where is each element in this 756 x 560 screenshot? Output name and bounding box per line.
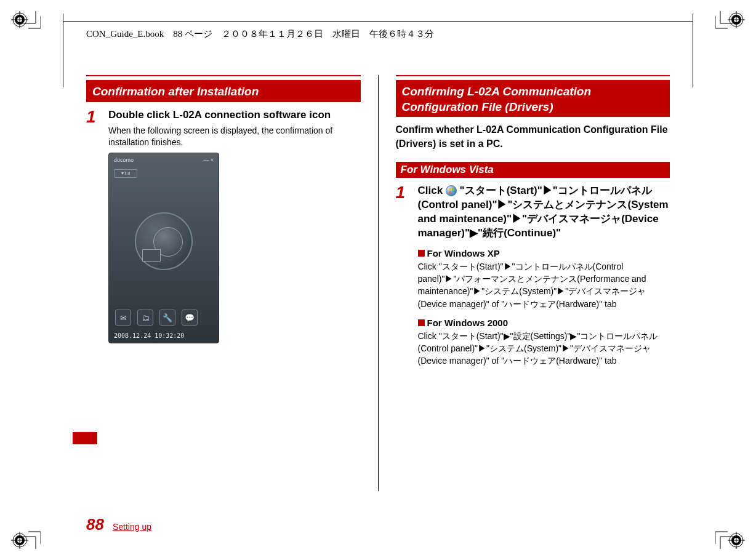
windows-orb-icon: [446, 185, 457, 196]
page: CON_Guide_E.book 88 ページ ２００８年１１月２６日 水曜日 …: [49, 7, 707, 553]
w2000-body: Click "スタート(Start)"▶"設定(Settings)"▶"コントロ…: [418, 330, 670, 367]
column-divider: [378, 75, 379, 491]
right-column: Confirming L-02A Communication Configura…: [396, 75, 670, 491]
page-footer: 88 Setting up: [86, 515, 151, 534]
page-number: 88: [86, 515, 104, 534]
step-title-vista: Click "スタート(Start)"▶"コントロールパネル(Control p…: [418, 184, 670, 241]
xp-body: Click "スタート(Start)"▶"コントロールパネル(Control p…: [418, 260, 670, 310]
intro-text: Confirm whether L-02A Communication Conf…: [396, 123, 670, 151]
chat-icon: 💬: [182, 310, 198, 326]
mail-icon: ✉: [115, 310, 131, 326]
section-heading-right: Confirming L-02A Communication Configura…: [396, 80, 670, 117]
step-number: 1: [396, 184, 418, 241]
window-buttons-icon: — ×: [203, 157, 214, 163]
left-column: Confirmation after Installation 1 Double…: [86, 75, 361, 491]
bullet-icon: [418, 319, 425, 326]
section-heading-left: Confirmation after Installation: [86, 80, 361, 102]
crop-mark-icon: [715, 11, 745, 41]
software-screenshot: döcomo — × ▾T.ıl ✉ 🗂 🔧 💬 2008.12.24 10:3…: [108, 153, 219, 343]
laptop-icon: [142, 249, 161, 262]
signal-indicator-icon: ▾T.ıl: [114, 169, 137, 178]
sub-item-2000: For Windows 2000 Click "スタート(Start)"▶"設定…: [418, 316, 670, 367]
header-filepath: CON_Guide_E.book 88 ページ ２００８年１１月２６日 水曜日 …: [86, 28, 434, 40]
step-number: 1: [86, 108, 108, 148]
side-tab-marker: [73, 432, 97, 444]
bullet-icon: [418, 250, 425, 257]
settings-icon: 🔧: [159, 310, 175, 326]
screenshot-brand: döcomo: [114, 157, 134, 163]
sub-heading-vista: For Windows Vista: [396, 162, 670, 178]
crop-mark-icon: [715, 519, 745, 549]
card-icon: 🗂: [137, 310, 153, 326]
sub-item-xp: For Windows XP Click "スタート(Start)"▶"コントロ…: [418, 247, 670, 310]
step-title: Double click L-02A connection software i…: [108, 108, 361, 122]
screenshot-timestamp: 2008.12.24 10:32:20: [114, 332, 184, 339]
step-description: When the following screen is displayed, …: [108, 125, 361, 148]
crop-mark-icon: [11, 519, 41, 549]
crop-mark-icon: [11, 11, 41, 41]
header-rule: [63, 21, 693, 22]
section-name: Setting up: [113, 522, 151, 532]
globe-icon: [135, 212, 193, 270]
